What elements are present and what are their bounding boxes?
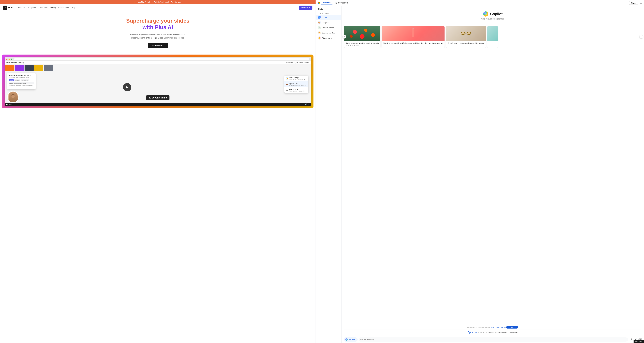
sidebar-item-copilot[interactable]: 🌐 Copilot: [316, 15, 341, 20]
flowers-caption: Create a pop song about the beauty of th…: [344, 41, 380, 48]
avatar-face-skin: [11, 95, 15, 98]
designer-avatar: 🎨: [318, 21, 321, 24]
start-free-trial-button[interactable]: Start free trial: [148, 43, 168, 48]
glasses-bridge: [466, 33, 466, 34]
svg-rect-1: [412, 29, 414, 37]
glasses-image: [446, 26, 486, 41]
option-prompt-desc: Describe your presentation: [289, 79, 305, 80]
toolbar-search: Search the menus (Option+/): [6, 62, 24, 64]
option-prompt-text: Use a prompt Describe your presentation: [289, 77, 305, 80]
bottle-image: [382, 26, 445, 41]
tab-notebook[interactable]: 📓 NOTEBOOK: [334, 1, 350, 5]
topbar-signin-button[interactable]: Sign in: [629, 1, 638, 5]
right-panel-copilot: COPILOT 📓 NOTEBOOK Sign in ☰ Chats Copil…: [316, 0, 644, 343]
card-travel[interactable]: Where's a sunny, warm place I can travel…: [446, 26, 486, 48]
slide-thumb-4: [34, 65, 43, 71]
ms-sq-blue: [318, 3, 319, 4]
hero-subtitle: Generate AI presentations and edit slide…: [127, 33, 189, 40]
try-plus-ai-button[interactable]: Try Plus AI: [299, 6, 312, 10]
carousel-right-arrow[interactable]: ›: [639, 35, 643, 39]
sidebar-item-cooking[interactable]: 🍳 Cooking assistant: [316, 30, 341, 36]
copilot-topbar: COPILOT 📓 NOTEBOOK Sign in ☰: [316, 0, 644, 6]
svg-rect-2: [412, 28, 414, 29]
tab-copilot[interactable]: COPILOT: [321, 1, 332, 5]
play-button[interactable]: [123, 83, 131, 91]
copilot-legal: Copilot uses AI. Check for mistakes. Ter…: [344, 325, 642, 329]
option-upload-file[interactable]: 📤 Upload a file Convert an existing docu…: [284, 81, 308, 87]
video-play-btn[interactable]: ▶: [6, 103, 8, 105]
demo-chrome-bar: [5, 57, 311, 61]
sign-in-link[interactable]: Sign in: [472, 331, 477, 333]
left-panel: ✨ New: Plus AI for PowerPoint is finally…: [0, 0, 316, 343]
avatar-face: [8, 92, 18, 102]
toolbar-background: Background: [286, 62, 293, 64]
nav-features[interactable]: Features: [18, 7, 26, 9]
copilot-logo-area: Copilot: [483, 11, 502, 17]
sidebar-designer-label: Designer: [322, 22, 328, 24]
sidebar-item-designer[interactable]: 🎨 Designer: [316, 20, 341, 25]
play-overlay[interactable]: [123, 83, 131, 91]
card-workout[interactable]: What type of workout is best for improvi…: [382, 26, 445, 48]
image-input-button[interactable]: 🖼: [629, 338, 633, 341]
announcement-bar[interactable]: ✨ New: Plus AI for PowerPoint is finally…: [0, 0, 316, 4]
video-volume-btn[interactable]: 🔊: [305, 103, 307, 105]
nav-contact[interactable]: Contact sales: [58, 7, 69, 9]
upload-icon: 📤: [286, 83, 288, 85]
logo[interactable]: + Plus: [3, 6, 13, 10]
hamburger-menu[interactable]: ☰: [640, 2, 642, 5]
sidebar-item-fitness[interactable]: 💪 Fitness trainer: [316, 36, 341, 41]
input-bar: + New topic 🖼 🎤 ➤: [342, 336, 644, 343]
extra-image: [488, 26, 498, 41]
toolbar-layout: Layout: [294, 62, 298, 64]
nav-help[interactable]: Help: [72, 7, 76, 9]
legal-privacy-link[interactable]: Privacy: [496, 326, 500, 328]
carousel-left-arrow[interactable]: ‹: [342, 35, 346, 39]
new-topic-button[interactable]: + New topic: [344, 337, 358, 342]
option-slide-by-slide[interactable]: ▦ Slide by slide Control structure and d…: [284, 87, 308, 93]
video-progress-fill: [13, 104, 28, 104]
ask-input-field[interactable]: [359, 337, 628, 341]
card-flowers[interactable]: Create a pop song about the beauty of th…: [344, 26, 380, 48]
option-use-prompt[interactable]: 📝 Use a prompt Describe your presentatio…: [284, 76, 308, 81]
legal-faqs-link[interactable]: FAQs: [501, 326, 505, 328]
try-copilot-pro-button[interactable]: Try Copilot Pro: [506, 326, 518, 328]
sidebar-copilot-label: Copilot: [322, 17, 327, 18]
lens-right: [467, 32, 471, 35]
toolbar-transition: Transition: [304, 62, 310, 64]
tag-client: Client Proposal: [21, 79, 29, 81]
nav-templates[interactable]: Templates: [28, 7, 36, 9]
vacation-avatar: ✈️: [318, 26, 321, 29]
copilot-subtitle: Your everyday AI companion: [481, 18, 504, 20]
feedback-button[interactable]: Feedback: [634, 340, 644, 343]
legal-terms-link[interactable]: Terms: [490, 326, 494, 328]
avatar-eye-left: [12, 96, 12, 96]
slide-thumb-3: [24, 65, 34, 71]
sign-in-suffix: to ask more questions and have longer co…: [478, 331, 518, 333]
nav-pricing[interactable]: Pricing: [50, 7, 56, 9]
video-progress-bar[interactable]: [13, 104, 304, 104]
slide-thumbnails: [5, 64, 311, 72]
option-upload-desc: Convert an existing document: [289, 85, 306, 86]
popup-desc: Create a sales presentation for my denta…: [9, 85, 34, 88]
announcement-text: ✨ New: Plus AI for PowerPoint is finally…: [134, 1, 181, 3]
slide-thumb-1: [6, 65, 14, 71]
nav-resources[interactable]: Resources: [39, 7, 48, 9]
travel-text: Where's a sunny, warm place I can travel…: [448, 42, 484, 44]
card-extra[interactable]: [488, 26, 498, 48]
glasses-shape: [461, 32, 471, 35]
chats-title: Chats: [316, 8, 341, 12]
lens-left: [461, 32, 465, 35]
demo-screenshot: Search the menus (Option+/) Background L…: [5, 57, 311, 106]
toolbar-theme: Theme: [299, 62, 303, 64]
hero-title: Supercharge your slides with Plus AI: [4, 18, 312, 31]
tag-pitch: Pitch Deck: [14, 79, 20, 81]
sign-in-arrow-icon: →: [468, 331, 470, 333]
logo-text: Plus: [8, 6, 13, 9]
carousel-track: Create a pop song about the beauty of th…: [344, 26, 642, 48]
chat-sidebar: Chats Copilot GPTs 🌐 Copilot 🎨 Designer …: [316, 6, 342, 343]
sidebar-item-vacation[interactable]: ✈️ Vacation planner: [316, 25, 341, 30]
options-popup: 📝 Use a prompt Describe your presentatio…: [284, 76, 308, 93]
video-controls: ▶ 00:30 🔊 ⚙: [5, 103, 311, 106]
microsoft-logo: [318, 2, 320, 4]
video-settings-btn[interactable]: ⚙: [308, 103, 309, 105]
